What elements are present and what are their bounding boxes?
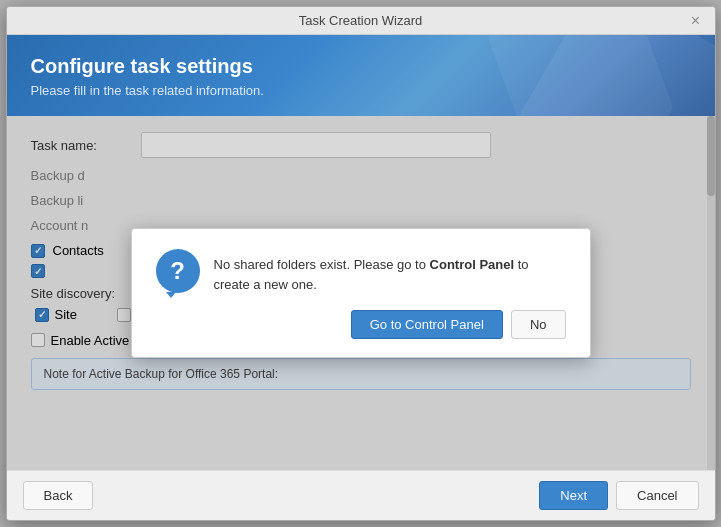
footer-right: Next Cancel	[539, 481, 698, 510]
window-title: Task Creation Wizard	[299, 13, 423, 28]
close-button[interactable]: ×	[687, 12, 705, 30]
next-button[interactable]: Next	[539, 481, 608, 510]
wizard-window: Task Creation Wizard × Configure task se…	[6, 6, 716, 521]
header-banner: Configure task settings Please fill in t…	[7, 35, 715, 116]
modal-no-button[interactable]: No	[511, 310, 566, 339]
modal-message-link: Control Panel	[430, 257, 515, 272]
title-bar: Task Creation Wizard ×	[7, 7, 715, 35]
footer-left: Back	[23, 481, 94, 510]
modal-buttons: Go to Control Panel No	[156, 310, 566, 339]
question-icon: ?	[156, 249, 200, 293]
modal-message-part1: No shared folders exist. Please go to	[214, 257, 430, 272]
back-button[interactable]: Back	[23, 481, 94, 510]
go-to-control-panel-button[interactable]: Go to Control Panel	[351, 310, 503, 339]
modal-content-row: ? No shared folders exist. Please go to …	[156, 249, 566, 294]
wizard-body: Task name: Backup d Backup li Account n …	[7, 116, 715, 470]
cancel-button[interactable]: Cancel	[616, 481, 698, 510]
wizard-footer: Back Next Cancel	[7, 470, 715, 520]
header-subtitle: Please fill in the task related informat…	[31, 83, 691, 98]
modal-overlay: ? No shared folders exist. Please go to …	[7, 116, 715, 470]
header-title: Configure task settings	[31, 55, 691, 78]
modal-dialog: ? No shared folders exist. Please go to …	[131, 228, 591, 358]
modal-message: No shared folders exist. Please go to Co…	[214, 249, 566, 294]
